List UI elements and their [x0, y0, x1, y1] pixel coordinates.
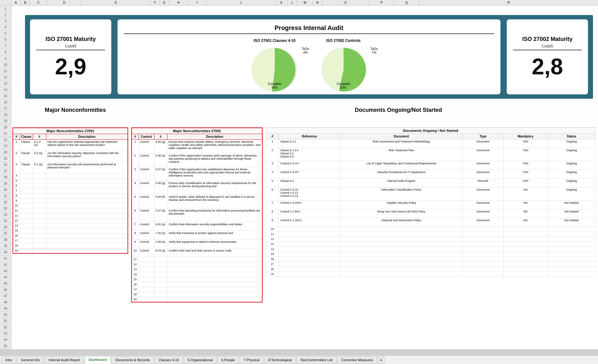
col-header-a: A	[11, 0, 21, 5]
col-header-m: M	[297, 0, 313, 5]
table-row: 9	[13, 198, 128, 203]
table-row: 12	[266, 237, 595, 242]
table-27001-title: Major Nonconformities 27001	[13, 128, 128, 134]
todo-label-27001: ToDo 4%	[302, 47, 309, 55]
table-row: 19	[132, 297, 262, 302]
table-row: 15	[13, 228, 128, 233]
table-row: 16	[13, 233, 128, 238]
tab-dashboard[interactable]: Dashboard	[85, 356, 111, 364]
complete-label-27002: Complete 93%	[337, 82, 350, 90]
iso27002-card-title: ISO 27002 Maturity	[522, 36, 572, 42]
th-ref-27001: #	[33, 134, 46, 140]
table-row: 12	[132, 262, 262, 267]
th-status-docs: Status	[548, 134, 595, 139]
col-header-p: P	[369, 0, 394, 5]
table-row: 19	[266, 272, 595, 277]
table-row: 11	[266, 232, 595, 237]
table-row: 6 Control 5.37 (a) Confirm that operatin…	[132, 208, 262, 222]
col-header-i: I	[188, 0, 207, 5]
th-num-docs: #	[266, 134, 279, 139]
th-num-27001: #	[13, 134, 20, 140]
table-row: 7 Control 6.05 (a) Confirm that informat…	[132, 222, 262, 231]
th-ref-27002: #	[154, 134, 167, 140]
col-header-b: B	[21, 0, 30, 5]
pie-chart-27002-label: ISO 27002 Controls	[326, 38, 360, 43]
th-doc-docs: Document	[340, 134, 463, 139]
col-header-g: G	[160, 0, 169, 5]
tab-corrective-measures[interactable]: Corrective Measures	[337, 356, 377, 364]
table-row: 8 Control A.7.8Co Bring Your Own Device …	[266, 209, 595, 218]
tab-bar: IntroGeneral InfoInternal Audit ReportDa…	[0, 355, 598, 364]
table-row: 17	[132, 287, 262, 292]
tab-5.organizational[interactable]: 5.Organizational	[183, 356, 217, 364]
progress-card: Progress Internal Audit ISO 27001 Clause…	[118, 19, 500, 94]
tab-7.physical[interactable]: 7.Physical	[240, 356, 264, 364]
tab-8.technological[interactable]: 8.Technological	[264, 356, 296, 364]
col-header-q: Q	[394, 0, 419, 5]
table-row: 14	[132, 272, 262, 277]
tab-clauses-4-10[interactable]: Clauses 4-10	[154, 356, 183, 364]
complete-label-27001: Complete 96%	[268, 82, 281, 90]
table-row: 18	[266, 267, 595, 272]
table-row: 14	[13, 223, 128, 228]
th-clause-27001: Clause	[20, 134, 33, 140]
col-header-o: O	[322, 0, 369, 5]
table-row: 2 Control 5.06 (e) Confirm if the organi…	[132, 153, 262, 167]
table-row: 8 Control 7.05 (a) Verify that measures …	[132, 231, 262, 240]
table-row: 17	[13, 238, 128, 243]
table-row: 3 Clause 8.2 (a) Are information securit…	[13, 162, 128, 173]
iso27002-card-subtitle: Cobit5	[513, 44, 582, 50]
table-row: 5 Clause 9.2 Internal Audit Program Reco…	[266, 179, 595, 187]
table-row: 17	[266, 262, 595, 267]
table-row: 5	[13, 178, 128, 183]
iso27001-maturity-card: ISO 27001 Maturity Cobit5 2,9	[30, 19, 111, 94]
table-27001-container: Major Nonconformities 27001 # Clause # D…	[13, 127, 128, 302]
tab-nonconformities-list[interactable]: NonConformities List	[297, 356, 337, 364]
table-row: 15	[266, 252, 595, 257]
table-row: 9 Control A.7.10Co Disposal and Destruct…	[266, 218, 595, 227]
docs-table-title: Documents Ongoing / Not Started	[266, 128, 595, 134]
docs-section-title: Documents Ongoing/Not Started	[136, 107, 598, 113]
col-header-c: C	[30, 0, 47, 5]
table-row: 10	[13, 203, 128, 208]
th-mandatory-docs: Mandatory	[504, 134, 548, 139]
table-row: 19	[13, 248, 128, 253]
table-row: 18	[132, 292, 262, 297]
table-row: 7 Control A.5.19Co Supplier Security Pol…	[266, 201, 595, 209]
iso27001-card-title: ISO 27001 Maturity	[45, 36, 96, 42]
progress-title: Progress Internal Audit	[124, 24, 494, 34]
iso27001-maturity-value: 2,9	[55, 55, 86, 78]
tables-area: Major Nonconformities 27001 # Clause # D…	[11, 127, 598, 302]
nonconf-section-title: Major Nonconformities	[11, 107, 136, 113]
table-row: 1 Clause 6.1.2 Risk Assessment and Treat…	[266, 139, 595, 148]
docs-table: Documents Ongoing / Not Started # Refere…	[266, 127, 595, 277]
tab-internal-audit-report[interactable]: Internal Audit Report	[45, 356, 84, 364]
th-desc-27002: Description	[167, 134, 262, 140]
table-27002-title: Major Nonconformities 27002	[132, 128, 262, 134]
tab-general-info[interactable]: General Info	[17, 356, 44, 364]
table-row: 11	[13, 208, 128, 213]
tab-6.people[interactable]: 6.People	[217, 356, 239, 364]
col-header-l: L	[288, 0, 297, 5]
iso27002-maturity-value: 2,8	[532, 55, 563, 78]
table-row: 8	[13, 193, 128, 198]
col-header-f: F	[150, 0, 160, 5]
table-row: 18	[13, 243, 128, 248]
todo-label-27002: ToDo 7%	[370, 47, 378, 55]
add-tab-button[interactable]: +	[378, 357, 384, 363]
table-row: 16	[266, 257, 595, 262]
pie-chart-27001-label: ISO 27001 Clauses 4-10	[254, 38, 295, 43]
table-row: 16	[132, 282, 262, 287]
table-row: 11	[132, 257, 262, 262]
docs-table-container: Documents Ongoing / Not Started # Refere…	[266, 127, 595, 302]
table-27002-container: Major Nonconformities 27002 # Control # …	[131, 127, 263, 302]
table-row: 6	[13, 183, 128, 188]
table-row: 6 Control A.5.10 Control A.5.12 Control …	[266, 187, 595, 201]
tab-intro[interactable]: Intro	[1, 356, 16, 364]
table-27002: Major Nonconformities 27002 # Control # …	[131, 127, 263, 302]
tab-documents-&-records[interactable]: Documents & Records	[111, 356, 154, 364]
col-header-h: H	[169, 0, 188, 5]
col-header-n: N	[313, 0, 322, 5]
col-header-j: J	[207, 0, 275, 5]
th-control-27002: Control	[138, 134, 154, 140]
